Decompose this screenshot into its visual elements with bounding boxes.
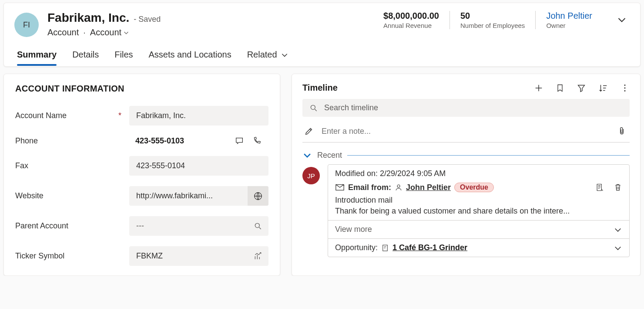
sender-link[interactable]: John Peltier [406,183,451,192]
recent-section-header[interactable]: Recent [302,150,630,160]
stat-label: Number of Employees [460,22,525,29]
delete-button[interactable] [614,183,622,192]
entity-avatar: FI [14,13,39,37]
opportunity-link[interactable]: 1 Café BG-1 Grinder [392,243,467,252]
search-icon[interactable] [254,222,262,231]
opportunity-label: Opportunity: [335,243,378,252]
ticker-input[interactable]: FBKMZ [129,246,254,266]
bookmark-icon [556,83,564,93]
svg-point-6 [397,185,400,187]
view-more-button[interactable]: View more [335,225,372,234]
field-label: Phone [15,136,38,146]
chevron-down-icon [302,150,312,160]
timeline-title: Timeline [302,83,534,93]
email-preview: Thank for being a valued customer and sh… [335,207,622,216]
tab-assets-locations[interactable]: Assets and Locations [149,50,231,66]
field-label: Fax [15,161,28,170]
chat-icon[interactable] [235,136,244,146]
svg-point-4 [624,90,626,91]
divider [347,155,630,156]
person-icon [395,183,402,191]
timeline-item: JP Modified on: 2/29/2024 9:05 AM Email … [302,164,630,257]
expand-button[interactable] [614,225,622,234]
globe-icon [253,191,263,201]
chevron-down-icon [617,14,627,25]
website-input[interactable]: http://www.fabrikami... [129,186,248,206]
attach-button[interactable] [617,126,626,136]
entity-title: Fabrikam, Inc. [47,11,129,25]
fax-input[interactable]: 423-555-0104 [129,156,268,176]
stat-label: Owner [546,22,592,29]
stat-annual-revenue: $8,000,000.00 Annual Revenue [373,11,449,29]
field-parent-account: Parent Account --- [15,216,268,236]
tab-summary[interactable]: Summary [17,50,57,66]
trash-icon [614,183,622,192]
record-tabs: Summary Details Files Assets and Locatio… [14,50,630,66]
svg-point-2 [624,85,626,86]
save-status: - Saved [134,15,161,24]
search-icon [309,104,318,112]
field-fax: Fax 423-555-0104 [15,156,268,176]
stat-employees: 50 Number of Employees [449,11,535,29]
separator: · [83,27,86,37]
phone-icon[interactable] [252,136,262,146]
opportunity-icon [381,244,389,252]
stat-owner: John Peltier Owner [535,11,603,29]
stat-value: 50 [460,11,525,21]
svg-point-5 [311,105,315,109]
section-title: ACCOUNT INFORMATION [15,84,268,94]
header-stats: $8,000,000.00 Annual Revenue 50 Number o… [373,11,603,29]
parent-account-lookup[interactable]: --- [129,216,254,236]
add-activity-button[interactable] [534,83,543,93]
note-entry-row[interactable] [302,120,630,143]
field-website: Website http://www.fabrikami... [15,186,268,206]
email-from-label: Email from: [348,183,391,192]
field-label: Website [15,191,44,200]
form-selector[interactable]: Account [90,27,129,37]
filter-icon [577,83,586,93]
phone-value[interactable]: 423-555-0103 [129,136,235,146]
expand-button[interactable] [614,244,622,252]
paperclip-icon [617,126,626,136]
more-vertical-icon [620,83,630,93]
pencil-icon [304,126,314,136]
note-input[interactable] [322,127,610,136]
field-ticker: Ticker Symbol FBKMZ [15,246,268,266]
account-information-panel: ACCOUNT INFORMATION Account Name * Fabri… [3,74,280,276]
plus-icon [534,83,543,93]
timeline-search[interactable] [302,99,630,117]
item-avatar: JP [302,167,320,184]
field-label: Parent Account [15,221,68,231]
filter-button[interactable] [577,83,586,93]
stat-value: $8,000,000.00 [383,11,439,21]
open-url-button[interactable] [248,186,268,206]
stocks-icon[interactable] [254,252,262,261]
svg-point-3 [624,87,626,88]
field-label: Account Name [15,111,67,120]
email-subject: Introduction mail [335,196,622,205]
tab-details[interactable]: Details [72,50,99,66]
account-name-input[interactable]: Fabrikam, Inc. [129,106,268,126]
timeline-search-input[interactable] [324,103,623,112]
tab-files[interactable]: Files [114,50,133,66]
required-indicator: * [118,111,121,120]
form-selector-label: Account [90,27,121,37]
open-record-icon [595,183,604,192]
stat-label: Annual Revenue [383,22,439,29]
tab-related[interactable]: Related [247,50,288,66]
tab-label: Related [247,50,277,60]
entity-type-label: Account [47,27,79,37]
chevron-down-icon [614,225,622,234]
expand-header-button[interactable] [611,11,630,25]
open-record-button[interactable] [595,183,604,192]
field-label: Ticker Symbol [15,251,64,261]
bookmark-button[interactable] [556,83,564,93]
sort-icon [598,83,608,93]
owner-link[interactable]: John Peltier [546,11,592,21]
svg-point-1 [255,223,259,228]
more-commands-button[interactable] [620,83,630,93]
chevron-down-icon [281,51,288,59]
field-phone: Phone 423-555-0103 [15,136,268,146]
chevron-down-icon [123,30,129,36]
sort-button[interactable] [598,83,608,93]
